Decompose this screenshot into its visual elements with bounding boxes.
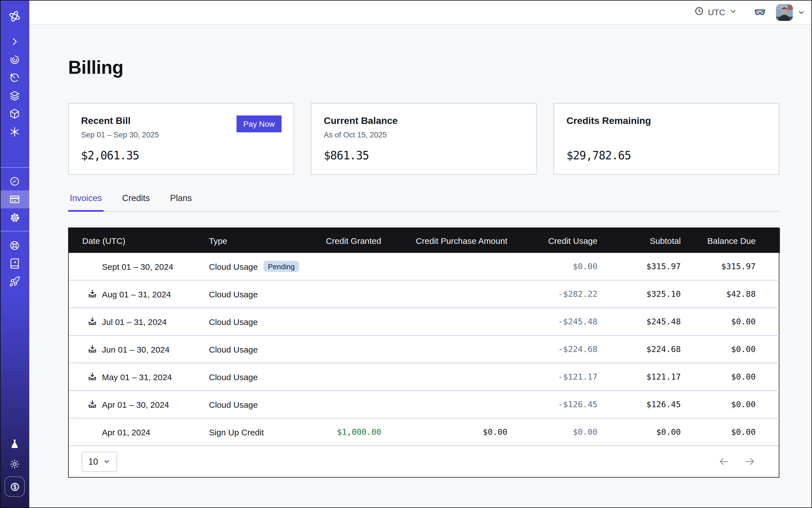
sidebar-item-history[interactable]: [0, 69, 29, 87]
account-menu-chevron-icon[interactable]: [797, 8, 805, 16]
table-header-row: Date (UTC)TypeCredit GrantedCredit Purch…: [69, 228, 780, 253]
current-balance-title: Current Balance: [324, 116, 524, 127]
invoice-table-body: Sept 01 – 30, 2024Cloud UsagePending$0.0…: [69, 253, 780, 446]
download-invoice-icon[interactable]: [87, 344, 97, 354]
credit-granted: [314, 280, 381, 308]
balance-due: $0.00: [681, 308, 780, 335]
invoice-date: Apr 01 – 30, 2024: [102, 399, 169, 409]
sidebar-item-monitor[interactable]: [0, 51, 29, 69]
credit-granted: [314, 363, 381, 390]
column-header: Type: [209, 228, 314, 253]
invoice-type: Cloud Usage: [209, 372, 258, 382]
credit-usage: $0.00: [507, 418, 597, 446]
credit-purchase-amount: [381, 363, 507, 390]
download-invoice-icon[interactable]: [87, 399, 97, 410]
invoice-date: Sept 01 – 30, 2024: [102, 262, 173, 271]
sidebar-item-layers[interactable]: [0, 87, 29, 105]
column-header: Credit Purchase Amount: [381, 228, 507, 253]
sidebar-item-usage[interactable]: [0, 172, 29, 190]
balance-due: $42.88: [681, 280, 780, 308]
invoice-date: Apr 01, 2024: [102, 427, 151, 437]
invoice-type: Cloud Usage: [209, 289, 258, 299]
credit-purchase-amount: $0.00: [381, 418, 507, 446]
invoice-date: Jul 01 – 31, 2024: [102, 317, 167, 326]
table-row: Jul 01 – 31, 2024Cloud Usage-$245.48$245…: [69, 308, 780, 335]
invoices-table: Date (UTC)TypeCredit GrantedCredit Purch…: [68, 227, 779, 477]
table-row: Jun 01 – 30, 2024Cloud Usage-$224.68$224…: [69, 335, 780, 363]
balance-due: $0.00: [681, 390, 780, 418]
main-content: Billing Recent Bill Sep 01 – Sep 30, 202…: [29, 25, 812, 508]
credit-purchase-amount: [381, 335, 507, 363]
tab-credits[interactable]: Credits: [121, 193, 152, 212]
balance-due: $0.00: [681, 363, 780, 390]
previous-page-button[interactable]: [717, 455, 730, 468]
credit-granted: [314, 335, 381, 363]
column-header: Credit Usage: [507, 228, 597, 253]
tab-plans[interactable]: Plans: [168, 193, 194, 212]
credit-usage: -$224.68: [507, 335, 597, 363]
subtotal: $315.97: [597, 253, 681, 280]
billing-tabs: Invoices Credits Plans: [68, 193, 779, 212]
column-header: Subtotal: [597, 228, 681, 253]
table-row: Aug 01 – 31, 2024Cloud Usage-$282.22$325…: [69, 280, 780, 308]
sidebar-item-support[interactable]: [0, 237, 29, 255]
current-balance-card: Current Balance As of Oct 15, 2025 $861.…: [311, 103, 537, 175]
balance-due: $315.97: [681, 253, 780, 280]
app-logo-icon[interactable]: [0, 0, 29, 33]
sidebar: [0, 0, 29, 508]
app-root: UTC: [0, 0, 812, 508]
sidebar-item-cube[interactable]: [0, 105, 29, 123]
table-footer: 10: [69, 446, 779, 477]
timezone-selector[interactable]: UTC: [694, 6, 737, 18]
sidebar-item-billing[interactable]: [0, 190, 29, 208]
download-invoice-icon[interactable]: [87, 289, 97, 299]
credit-granted: [314, 253, 381, 280]
invoice-date: Jun 01 – 30, 2024: [102, 344, 170, 354]
pay-now-button[interactable]: Pay Now: [237, 116, 282, 132]
subtotal: $325.10: [597, 280, 681, 308]
credit-usage: -$121.17: [507, 363, 597, 390]
timezone-label: UTC: [708, 7, 725, 17]
sidebar-item-services[interactable]: [0, 123, 29, 141]
page-title: Billing: [68, 57, 812, 78]
sidebar-divider: [0, 231, 29, 231]
sidebar-item-quickstart[interactable]: [0, 272, 29, 291]
current-balance-asof: As of Oct 15, 2025: [324, 131, 524, 139]
column-header: Balance Due: [681, 228, 780, 253]
table-row: Sept 01 – 30, 2024Cloud UsagePending$0.0…: [69, 253, 780, 280]
download-invoice-icon[interactable]: [87, 372, 97, 382]
column-header: Date (UTC): [69, 228, 209, 253]
user-avatar[interactable]: [776, 4, 793, 20]
table-row: Apr 01 – 30, 2024Cloud Usage-$126.45$126…: [69, 390, 780, 418]
subtotal: $121.17: [597, 363, 681, 390]
subtotal: $224.68: [597, 335, 681, 363]
credit-usage: -$282.22: [507, 280, 597, 308]
sidebar-expand-icon[interactable]: [0, 33, 29, 51]
recent-bill-card: Recent Bill Sep 01 – Sep 30, 2025 $2,061…: [68, 103, 294, 175]
credits-remaining-title: Credits Remaining: [566, 116, 766, 127]
sidebar-item-docs[interactable]: [0, 255, 29, 272]
page-size-select[interactable]: 10: [82, 452, 117, 472]
sidebar-divider: [0, 167, 29, 168]
status-badge: Pending: [263, 261, 299, 272]
3d-glasses-icon[interactable]: [754, 6, 766, 18]
summary-cards: Recent Bill Sep 01 – Sep 30, 2025 $2,061…: [68, 103, 779, 175]
sidebar-item-theme[interactable]: [0, 455, 29, 473]
subtotal: $126.45: [597, 390, 681, 418]
credit-granted: [314, 308, 381, 335]
sidebar-credits-badge-button[interactable]: [4, 476, 25, 497]
clock-icon: [694, 6, 704, 18]
balance-due: $0.00: [681, 418, 780, 446]
sidebar-item-labs[interactable]: [0, 435, 29, 453]
invoice-date: Aug 01 – 31, 2024: [102, 289, 171, 299]
subtotal: $245.48: [597, 308, 681, 335]
next-page-button[interactable]: [743, 455, 756, 468]
chevron-down-icon: [103, 458, 111, 465]
invoice-type: Cloud Usage: [209, 344, 258, 354]
topbar: UTC: [29, 0, 812, 25]
sidebar-item-settings[interactable]: [0, 208, 29, 226]
tab-invoices[interactable]: Invoices: [68, 193, 103, 212]
credit-usage: -$245.48: [507, 308, 597, 335]
credit-usage: -$126.45: [507, 390, 597, 418]
download-invoice-icon[interactable]: [87, 316, 97, 327]
